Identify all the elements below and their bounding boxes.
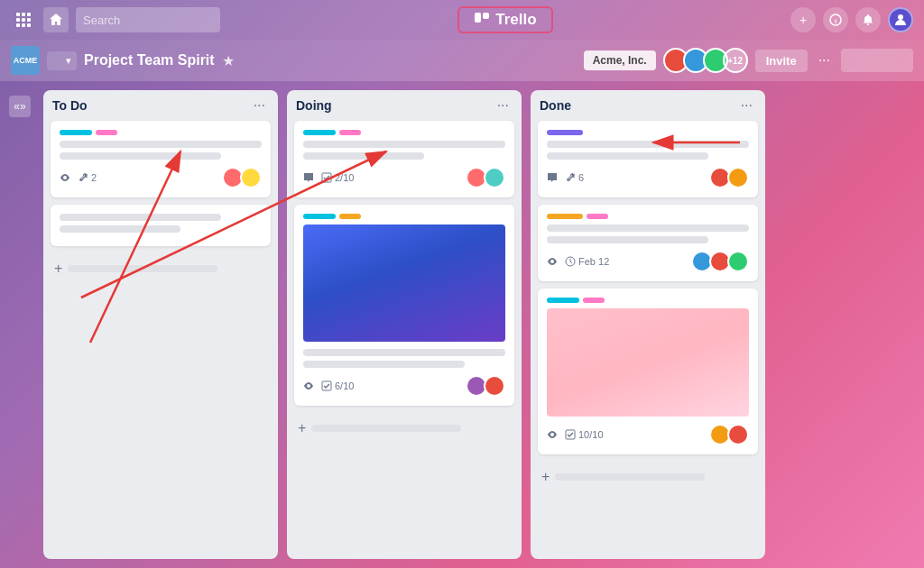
done-add-card[interactable]: + xyxy=(538,463,758,490)
check-meta-3: 10/10 xyxy=(565,429,604,440)
done-card-2-labels xyxy=(547,214,749,219)
done-card-1-labels xyxy=(547,130,749,135)
svg-rect-8 xyxy=(27,23,31,27)
check-count-2: 6/10 xyxy=(335,380,354,391)
done-card-1[interactable]: 6 xyxy=(538,121,758,197)
board-content: «» To Do ··· xyxy=(0,81,924,568)
invite-button[interactable]: Invite xyxy=(755,50,808,72)
svg-rect-1 xyxy=(22,13,25,16)
done-card-1-meta: 6 xyxy=(547,172,584,183)
add-icon: + xyxy=(54,261,62,277)
label-purple xyxy=(547,130,583,135)
label-pink-2 xyxy=(339,130,361,135)
attach-count-2: 6 xyxy=(578,172,584,183)
done-column: Done ··· 6 xyxy=(531,90,765,559)
done-card-3-labels xyxy=(547,298,749,303)
label-pink xyxy=(96,130,117,135)
add-button[interactable]: + xyxy=(790,7,816,32)
done-card-2-meta: Feb 12 xyxy=(547,256,609,267)
card-avatar-2 xyxy=(240,167,262,188)
label-pink-4 xyxy=(583,298,605,303)
grid-icon[interactable] xyxy=(11,7,36,32)
svg-rect-5 xyxy=(27,18,31,22)
done-column-header: Done ··· xyxy=(538,97,758,114)
board-org[interactable]: Acme, Inc. xyxy=(584,50,656,70)
doing-card-2-avatars xyxy=(466,375,505,397)
board-nav-icon[interactable]: ▾ xyxy=(47,51,77,70)
doing-add-card[interactable]: + xyxy=(294,415,514,442)
svg-rect-3 xyxy=(16,18,20,22)
info-button[interactable]: i xyxy=(823,7,848,32)
card-avatar-11 xyxy=(727,251,749,272)
todo-card-1[interactable]: 2 xyxy=(51,121,271,197)
check-meta-2: 6/10 xyxy=(321,380,354,391)
sidebar-toggle-btn[interactable]: «» xyxy=(9,96,31,117)
attach-meta: 2 xyxy=(78,172,97,183)
date-meta: Feb 12 xyxy=(565,256,609,267)
done-card-3-image xyxy=(547,308,749,417)
svg-point-13 xyxy=(898,14,903,20)
board-header: ACME ▾ Project Team Spirit ★ Acme, Inc. … xyxy=(0,40,924,81)
attach-meta-2: 6 xyxy=(565,172,584,183)
svg-rect-10 xyxy=(483,13,489,19)
card-text-3 xyxy=(60,214,221,221)
svg-rect-9 xyxy=(475,13,481,23)
done-card-3-meta: 10/10 xyxy=(547,429,604,440)
done-card-3[interactable]: 10/10 xyxy=(538,289,758,454)
sidebar-toggle[interactable]: «» xyxy=(9,90,34,559)
home-icon[interactable] xyxy=(43,7,69,32)
svg-text:i: i xyxy=(835,17,836,25)
card-avatar-6 xyxy=(484,375,505,397)
add-card-text-3 xyxy=(555,473,704,481)
board-logo: ACME xyxy=(11,46,40,75)
svg-rect-4 xyxy=(22,18,25,22)
todo-add-card[interactable]: + xyxy=(51,255,271,282)
card-avatar-8 xyxy=(727,167,749,188)
label-cyan xyxy=(60,130,92,135)
todo-column-more[interactable]: ··· xyxy=(250,97,269,114)
app-title: Trello xyxy=(457,6,552,33)
todo-card-1-meta: 2 xyxy=(60,172,97,183)
board-title: Project Team Spirit xyxy=(84,52,215,69)
add-card-text-2 xyxy=(311,425,460,432)
doing-card-2-meta: 6/10 xyxy=(303,380,354,391)
search-input[interactable] xyxy=(76,7,220,32)
done-card-3-avatars xyxy=(709,424,749,445)
card-text-10 xyxy=(547,152,708,160)
board-member-avatars: +12 xyxy=(663,48,748,73)
todo-card-1-labels xyxy=(60,130,262,135)
label-cyan-2 xyxy=(303,130,336,135)
label-yellow-2 xyxy=(547,214,583,219)
doing-card-1-labels xyxy=(303,130,505,135)
doing-card-1[interactable]: 2/10 xyxy=(294,121,514,197)
done-card-2[interactable]: Feb 12 xyxy=(538,205,758,281)
done-card-1-avatars xyxy=(709,167,749,188)
todo-card-2[interactable] xyxy=(51,205,271,246)
board-filter-bar xyxy=(841,49,913,72)
topnav-actions: + i xyxy=(790,7,913,32)
check-count: 2/10 xyxy=(335,172,354,183)
todo-column-header: To Do ··· xyxy=(51,97,271,114)
app-title-area: Trello xyxy=(227,6,783,33)
check-meta: 2/10 xyxy=(321,172,354,183)
bell-button[interactable] xyxy=(855,7,881,32)
label-yellow xyxy=(339,214,361,219)
doing-column-more[interactable]: ··· xyxy=(494,97,513,114)
svg-rect-7 xyxy=(22,23,25,27)
eye-meta-4 xyxy=(547,429,558,440)
add-icon-3: + xyxy=(541,469,550,485)
doing-column-header: Doing ··· xyxy=(294,97,514,114)
star-icon[interactable]: ★ xyxy=(222,52,235,69)
doing-card-2-image xyxy=(303,224,505,342)
done-card-2-avatars xyxy=(691,251,749,272)
todo-column-title: To Do xyxy=(52,98,88,113)
label-pink-3 xyxy=(587,214,608,219)
board-more-button[interactable]: ··· xyxy=(815,49,834,72)
doing-card-2[interactable]: 6/10 xyxy=(294,205,514,406)
done-column-more[interactable]: ··· xyxy=(737,97,756,114)
card-text-1 xyxy=(60,141,262,148)
doing-card-1-avatars xyxy=(466,167,505,188)
card-text-4 xyxy=(60,225,180,233)
user-avatar[interactable] xyxy=(888,7,913,32)
card-avatar-4 xyxy=(484,167,505,188)
